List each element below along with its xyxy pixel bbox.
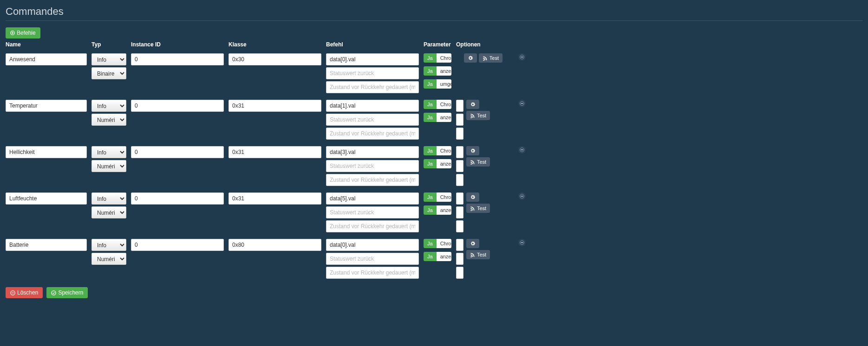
toggle-name-label: Chronik [437, 239, 451, 248]
param-toggle-show[interactable]: Jaanzeigen [424, 252, 451, 261]
max-input[interactable] [456, 174, 463, 186]
param-toggle-show[interactable]: Jaanzeigen [424, 159, 451, 168]
configure-button[interactable] [466, 146, 479, 155]
class-input[interactable] [228, 239, 321, 251]
class-input[interactable] [228, 100, 321, 112]
param-toggle-show[interactable]: Jaanzeigen [424, 205, 451, 215]
param-toggle-history[interactable]: JaChronik [424, 192, 451, 202]
command-input[interactable] [326, 239, 419, 251]
test-button[interactable]: Test [479, 53, 503, 63]
param-toggle-show[interactable]: Jaanzeigen [424, 113, 451, 122]
instance-id-input[interactable] [131, 100, 224, 112]
type-select[interactable]: Info [91, 192, 126, 205]
configure-button[interactable] [466, 239, 479, 248]
add-command-label: Befehle [17, 30, 36, 36]
remove-row-button[interactable] [518, 100, 526, 107]
duration-before-return-input[interactable] [326, 81, 419, 93]
command-row: InfoNumériqueJaChronikJaanzeigenTest [6, 100, 862, 140]
status-return-input[interactable] [326, 114, 419, 126]
toggle-state-label: Ja [424, 100, 437, 109]
param-toggle-show[interactable]: Jaanzeigen [424, 66, 451, 76]
table-header: Name Typ Instance ID Klasse Befehl Param… [6, 41, 862, 50]
minus-circle-icon [520, 147, 524, 152]
status-return-input[interactable] [326, 206, 419, 218]
remove-row-button[interactable] [518, 146, 526, 154]
name-input[interactable] [6, 100, 87, 112]
subtype-select[interactable]: Numérique [91, 160, 126, 172]
type-select[interactable]: Info [91, 146, 126, 158]
test-button[interactable]: Test [466, 250, 490, 259]
configure-button[interactable] [464, 53, 477, 63]
subtype-select[interactable]: Numérique [91, 253, 126, 265]
unit-input[interactable] [456, 239, 463, 251]
name-input[interactable] [6, 239, 87, 251]
remove-row-button[interactable] [518, 239, 526, 246]
test-button[interactable]: Test [466, 204, 490, 213]
max-input[interactable] [456, 220, 463, 232]
rss-icon [470, 206, 475, 211]
max-input[interactable] [456, 128, 463, 140]
class-input[interactable] [228, 53, 321, 65]
status-return-input[interactable] [326, 160, 419, 172]
test-button[interactable]: Test [466, 157, 490, 167]
remove-row-button[interactable] [518, 53, 526, 61]
save-button[interactable]: Speichern [46, 287, 88, 298]
configure-button[interactable] [466, 192, 479, 202]
param-toggle-inverted[interactable]: Jaumgekehrt [424, 79, 451, 89]
param-toggle-history[interactable]: JaChronik [424, 239, 451, 248]
name-input[interactable] [6, 146, 87, 158]
class-input[interactable] [228, 192, 321, 205]
rss-icon [483, 56, 488, 61]
unit-input[interactable] [456, 146, 463, 158]
min-input[interactable] [456, 253, 463, 265]
param-toggle-history[interactable]: JaChronik [424, 53, 451, 63]
subtype-select[interactable]: Numérique [91, 114, 126, 126]
toggle-name-label: Chronik [437, 146, 451, 155]
param-toggle-history[interactable]: JaChronik [424, 100, 451, 109]
duration-before-return-input[interactable] [326, 267, 419, 279]
toggle-name-label: Chronik [437, 192, 451, 202]
add-command-button[interactable]: Befehle [6, 27, 40, 38]
gear-icon [468, 55, 473, 61]
max-input[interactable] [456, 267, 463, 279]
type-select[interactable]: Info [91, 100, 126, 112]
instance-id-input[interactable] [131, 192, 224, 205]
test-button[interactable]: Test [466, 111, 490, 120]
unit-input[interactable] [456, 100, 463, 112]
unit-input[interactable] [456, 192, 463, 205]
header-parameter: Parameter [424, 41, 451, 50]
status-return-input[interactable] [326, 253, 419, 265]
type-select[interactable]: Info [91, 239, 126, 251]
subtype-select[interactable]: Binaire [91, 67, 126, 79]
name-input[interactable] [6, 53, 87, 65]
minus-circle-icon [520, 101, 524, 106]
subtype-select[interactable]: Numérique [91, 206, 126, 218]
delete-label: Löschen [17, 289, 38, 296]
command-input[interactable] [326, 53, 419, 65]
rss-icon [470, 160, 475, 165]
instance-id-input[interactable] [131, 146, 224, 158]
class-input[interactable] [228, 146, 321, 158]
configure-button[interactable] [466, 100, 479, 109]
status-return-input[interactable] [326, 67, 419, 79]
delete-button[interactable]: Löschen [6, 287, 43, 298]
min-input[interactable] [456, 160, 463, 172]
duration-before-return-input[interactable] [326, 220, 419, 232]
gear-icon [470, 194, 476, 200]
name-input[interactable] [6, 192, 87, 205]
duration-before-return-input[interactable] [326, 128, 419, 140]
param-toggle-history[interactable]: JaChronik [424, 146, 451, 155]
command-input[interactable] [326, 100, 419, 112]
command-input[interactable] [326, 192, 419, 205]
test-label: Test [477, 205, 486, 211]
instance-id-input[interactable] [131, 53, 224, 65]
remove-row-button[interactable] [518, 192, 526, 200]
toggle-state-label: Ja [424, 239, 437, 248]
command-input[interactable] [326, 146, 419, 158]
test-label: Test [477, 159, 486, 165]
min-input[interactable] [456, 114, 463, 126]
type-select[interactable]: Info [91, 53, 126, 65]
min-input[interactable] [456, 206, 463, 218]
duration-before-return-input[interactable] [326, 174, 419, 186]
instance-id-input[interactable] [131, 239, 224, 251]
